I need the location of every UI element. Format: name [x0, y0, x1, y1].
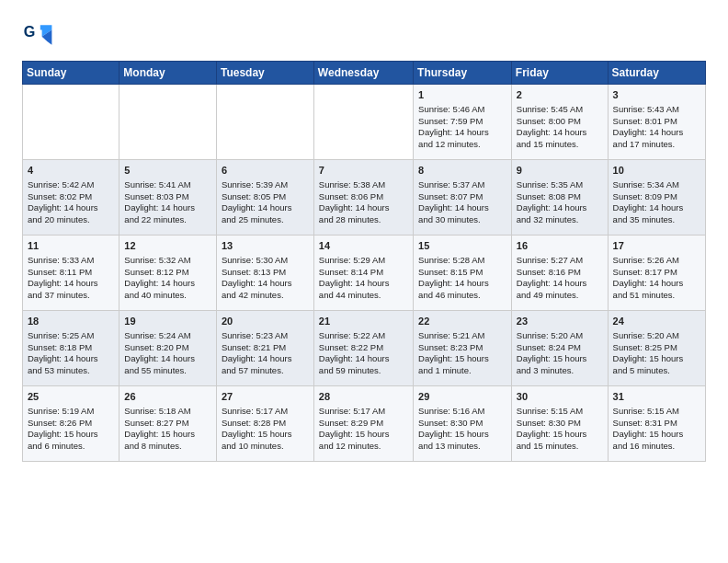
calendar-cell: 18Sunrise: 5:25 AM Sunset: 8:18 PM Dayli…: [23, 311, 119, 386]
calendar-cell: 20Sunrise: 5:23 AM Sunset: 8:21 PM Dayli…: [216, 311, 313, 386]
calendar-cell: 24Sunrise: 5:20 AM Sunset: 8:25 PM Dayli…: [608, 311, 705, 386]
day-content: Sunrise: 5:20 AM Sunset: 8:25 PM Dayligh…: [613, 330, 684, 375]
day-content: Sunrise: 5:17 AM Sunset: 8:29 PM Dayligh…: [319, 406, 390, 451]
col-friday: Friday: [511, 62, 608, 85]
calendar-header: Sunday Monday Tuesday Wednesday Thursday…: [23, 62, 706, 85]
day-content: Sunrise: 5:32 AM Sunset: 8:12 PM Dayligh…: [124, 255, 195, 300]
day-content: Sunrise: 5:15 AM Sunset: 8:30 PM Dayligh…: [517, 406, 587, 451]
day-number: 14: [319, 239, 408, 253]
day-number: 8: [418, 164, 506, 178]
calendar-cell: 27Sunrise: 5:17 AM Sunset: 8:28 PM Dayli…: [216, 386, 313, 462]
svg-text:G: G: [24, 23, 36, 40]
day-number: 30: [517, 390, 603, 404]
calendar-cell: 19Sunrise: 5:24 AM Sunset: 8:20 PM Dayli…: [119, 311, 217, 386]
calendar-cell: 25Sunrise: 5:19 AM Sunset: 8:26 PM Dayli…: [23, 386, 119, 462]
col-monday: Monday: [119, 62, 217, 85]
day-number: 11: [28, 239, 114, 253]
day-number: 1: [418, 88, 506, 102]
day-number: 21: [319, 315, 408, 328]
calendar-cell: 2Sunrise: 5:45 AM Sunset: 8:00 PM Daylig…: [511, 85, 608, 160]
calendar-cell: 1Sunrise: 5:46 AM Sunset: 7:59 PM Daylig…: [414, 85, 512, 160]
col-thursday: Thursday: [414, 62, 512, 85]
calendar-cell: 6Sunrise: 5:39 AM Sunset: 8:05 PM Daylig…: [216, 160, 313, 236]
day-number: 27: [222, 390, 309, 404]
calendar-cell: 7Sunrise: 5:38 AM Sunset: 8:06 PM Daylig…: [313, 160, 413, 236]
day-content: Sunrise: 5:34 AM Sunset: 8:09 PM Dayligh…: [613, 179, 684, 224]
calendar-cell: 22Sunrise: 5:21 AM Sunset: 8:23 PM Dayli…: [414, 311, 512, 386]
calendar-cell: 15Sunrise: 5:28 AM Sunset: 8:15 PM Dayli…: [414, 236, 512, 311]
calendar-cell: [119, 85, 217, 160]
week-row-3: 11Sunrise: 5:33 AM Sunset: 8:11 PM Dayli…: [23, 236, 706, 311]
day-content: Sunrise: 5:22 AM Sunset: 8:22 PM Dayligh…: [319, 330, 390, 375]
day-number: 15: [418, 239, 506, 253]
day-content: Sunrise: 5:24 AM Sunset: 8:20 PM Dayligh…: [124, 330, 195, 375]
day-content: Sunrise: 5:42 AM Sunset: 8:02 PM Dayligh…: [28, 179, 98, 224]
week-row-2: 4Sunrise: 5:42 AM Sunset: 8:02 PM Daylig…: [23, 160, 706, 236]
calendar-cell: 4Sunrise: 5:42 AM Sunset: 8:02 PM Daylig…: [23, 160, 119, 236]
calendar-cell: 9Sunrise: 5:35 AM Sunset: 8:08 PM Daylig…: [511, 160, 608, 236]
day-content: Sunrise: 5:27 AM Sunset: 8:16 PM Dayligh…: [517, 255, 587, 300]
day-number: 17: [613, 239, 700, 253]
day-number: 2: [517, 88, 603, 102]
day-content: Sunrise: 5:30 AM Sunset: 8:13 PM Dayligh…: [222, 255, 292, 300]
calendar-cell: 11Sunrise: 5:33 AM Sunset: 8:11 PM Dayli…: [23, 236, 119, 311]
week-row-5: 25Sunrise: 5:19 AM Sunset: 8:26 PM Dayli…: [23, 386, 706, 462]
day-number: 9: [517, 164, 603, 178]
day-content: Sunrise: 5:39 AM Sunset: 8:05 PM Dayligh…: [222, 179, 292, 224]
calendar-cell: 12Sunrise: 5:32 AM Sunset: 8:12 PM Dayli…: [119, 236, 217, 311]
day-number: 3: [613, 88, 700, 102]
col-wednesday: Wednesday: [313, 62, 413, 85]
day-content: Sunrise: 5:18 AM Sunset: 8:27 PM Dayligh…: [124, 406, 195, 451]
calendar-cell: 10Sunrise: 5:34 AM Sunset: 8:09 PM Dayli…: [608, 160, 705, 236]
day-content: Sunrise: 5:41 AM Sunset: 8:03 PM Dayligh…: [124, 179, 195, 224]
page: G Sunday Monday Tuesday Wednesday Thursd…: [0, 0, 728, 563]
calendar-cell: [216, 85, 313, 160]
calendar-cell: 31Sunrise: 5:15 AM Sunset: 8:31 PM Dayli…: [608, 386, 705, 462]
calendar-cell: 29Sunrise: 5:16 AM Sunset: 8:30 PM Dayli…: [414, 386, 512, 462]
day-content: Sunrise: 5:20 AM Sunset: 8:24 PM Dayligh…: [517, 330, 587, 375]
calendar-body: 1Sunrise: 5:46 AM Sunset: 7:59 PM Daylig…: [23, 85, 706, 462]
calendar-cell: 17Sunrise: 5:26 AM Sunset: 8:17 PM Dayli…: [608, 236, 705, 311]
day-number: 6: [222, 164, 309, 178]
day-content: Sunrise: 5:29 AM Sunset: 8:14 PM Dayligh…: [319, 255, 390, 300]
calendar-cell: 23Sunrise: 5:20 AM Sunset: 8:24 PM Dayli…: [511, 311, 608, 386]
day-number: 16: [517, 239, 603, 253]
day-number: 28: [319, 390, 408, 404]
day-content: Sunrise: 5:37 AM Sunset: 8:07 PM Dayligh…: [418, 179, 489, 224]
calendar-cell: 30Sunrise: 5:15 AM Sunset: 8:30 PM Dayli…: [511, 386, 608, 462]
day-content: Sunrise: 5:19 AM Sunset: 8:26 PM Dayligh…: [28, 406, 98, 451]
day-content: Sunrise: 5:46 AM Sunset: 7:59 PM Dayligh…: [418, 104, 489, 149]
day-number: 13: [222, 239, 309, 253]
day-number: 24: [613, 315, 700, 328]
day-number: 29: [418, 390, 506, 404]
week-row-4: 18Sunrise: 5:25 AM Sunset: 8:18 PM Dayli…: [23, 311, 706, 386]
calendar-table: Sunday Monday Tuesday Wednesday Thursday…: [22, 61, 706, 462]
calendar-cell: [23, 85, 119, 160]
day-number: 18: [28, 315, 114, 328]
calendar-cell: 16Sunrise: 5:27 AM Sunset: 8:16 PM Dayli…: [511, 236, 608, 311]
calendar-cell: 3Sunrise: 5:43 AM Sunset: 8:01 PM Daylig…: [608, 85, 705, 160]
col-saturday: Saturday: [608, 62, 705, 85]
day-content: Sunrise: 5:16 AM Sunset: 8:30 PM Dayligh…: [418, 406, 489, 451]
logo: G: [22, 18, 61, 52]
header: G: [22, 18, 706, 52]
calendar-cell: [313, 85, 413, 160]
calendar-cell: 8Sunrise: 5:37 AM Sunset: 8:07 PM Daylig…: [414, 160, 512, 236]
calendar-cell: 26Sunrise: 5:18 AM Sunset: 8:27 PM Dayli…: [119, 386, 217, 462]
calendar-cell: 28Sunrise: 5:17 AM Sunset: 8:29 PM Dayli…: [313, 386, 413, 462]
day-number: 12: [124, 239, 211, 253]
day-number: 5: [124, 164, 211, 178]
day-content: Sunrise: 5:26 AM Sunset: 8:17 PM Dayligh…: [613, 255, 684, 300]
calendar-cell: 14Sunrise: 5:29 AM Sunset: 8:14 PM Dayli…: [313, 236, 413, 311]
day-content: Sunrise: 5:17 AM Sunset: 8:28 PM Dayligh…: [222, 406, 292, 451]
day-number: 7: [319, 164, 408, 178]
day-content: Sunrise: 5:21 AM Sunset: 8:23 PM Dayligh…: [418, 330, 489, 375]
day-content: Sunrise: 5:43 AM Sunset: 8:01 PM Dayligh…: [613, 104, 684, 149]
day-number: 26: [124, 390, 211, 404]
col-tuesday: Tuesday: [216, 62, 313, 85]
week-row-1: 1Sunrise: 5:46 AM Sunset: 7:59 PM Daylig…: [23, 85, 706, 160]
day-content: Sunrise: 5:23 AM Sunset: 8:21 PM Dayligh…: [222, 330, 292, 375]
day-content: Sunrise: 5:28 AM Sunset: 8:15 PM Dayligh…: [418, 255, 489, 300]
day-number: 19: [124, 315, 211, 328]
logo-icon: G: [22, 18, 55, 52]
